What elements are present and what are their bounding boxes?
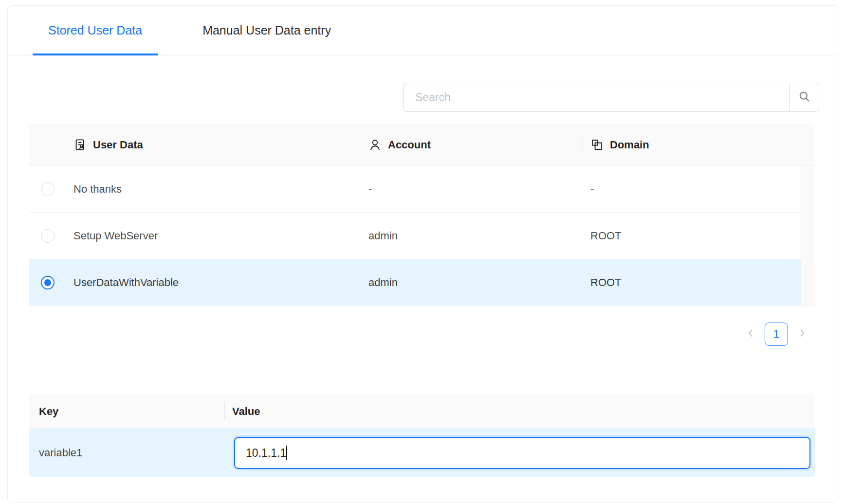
column-header-value: Value — [224, 395, 815, 428]
column-header-key: Key — [29, 395, 224, 428]
column-header-domain: Domain — [583, 124, 801, 165]
user-data-panel: Stored User Data Manual User Data entry — [7, 5, 838, 503]
variables-table: Key Value variable1 — [29, 395, 815, 477]
tab-bar: Stored User Data Manual User Data entry — [8, 6, 838, 55]
user-data-table: User Data Account Domain — [29, 124, 815, 306]
chevron-left-icon — [745, 328, 756, 341]
table-row-setup-webserver[interactable]: Setup WebServer admin ROOT — [29, 213, 801, 259]
selection-column-header — [29, 124, 66, 165]
solution-icon — [73, 138, 87, 151]
cell-account: admin — [361, 213, 583, 259]
user-icon — [368, 138, 382, 151]
user-data-table-header: User Data Account Domain — [29, 124, 815, 166]
table-scrollbar-track[interactable] — [801, 166, 815, 306]
pagination-current-page: 1 — [773, 328, 780, 341]
chevron-right-icon — [797, 328, 807, 341]
cell-user-data: Setup WebServer — [66, 213, 361, 259]
cell-user-data: UserDataWithVariable — [66, 259, 361, 306]
pagination: 1 — [743, 323, 809, 346]
user-data-table-body: No thanks - - Setup WebServer admin ROOT… — [29, 166, 815, 306]
search-input[interactable] — [403, 83, 789, 112]
pagination-page-1-button[interactable]: 1 — [765, 323, 788, 346]
radio-setup-webserver[interactable] — [41, 229, 55, 243]
cell-domain: ROOT — [583, 213, 801, 259]
variables-table-header: Key Value — [29, 395, 815, 429]
cell-account: admin — [361, 259, 583, 306]
radio-no-thanks[interactable] — [41, 182, 55, 196]
column-header-user-data: User Data — [66, 124, 361, 165]
tab-manual-user-data-entry[interactable]: Manual User Data entry — [187, 6, 347, 55]
column-header-domain-label: Domain — [610, 139, 649, 151]
variable-row: variable1 — [29, 429, 815, 477]
search-group — [403, 83, 819, 112]
variable-key: variable1 — [29, 429, 224, 477]
tab-stored-user-data[interactable]: Stored User Data — [33, 6, 158, 55]
cell-account: - — [361, 166, 583, 212]
cell-domain: - — [583, 166, 801, 212]
column-header-user-data-label: User Data — [93, 139, 143, 151]
tab-manual-user-data-entry-label: Manual User Data entry — [202, 23, 331, 37]
header-gutter — [801, 124, 815, 165]
column-header-account-label: Account — [388, 139, 431, 151]
pagination-next-button[interactable] — [795, 323, 809, 346]
column-header-account: Account — [361, 124, 583, 165]
search-icon — [798, 90, 811, 105]
cell-domain: ROOT — [583, 259, 801, 306]
variable-value-wrap — [234, 437, 810, 469]
cell-user-data: No thanks — [66, 166, 361, 212]
table-row-no-thanks[interactable]: No thanks - - — [29, 166, 801, 213]
tab-stored-user-data-label: Stored User Data — [48, 23, 142, 37]
block-icon — [590, 138, 604, 151]
table-row-userdatawithvariable[interactable]: UserDataWithVariable admin ROOT — [29, 259, 801, 306]
variable-value-input[interactable] — [234, 437, 810, 469]
search-button[interactable] — [789, 83, 819, 112]
pagination-prev-button[interactable] — [743, 323, 758, 346]
radio-userdatawithvariable[interactable] — [41, 276, 55, 289]
